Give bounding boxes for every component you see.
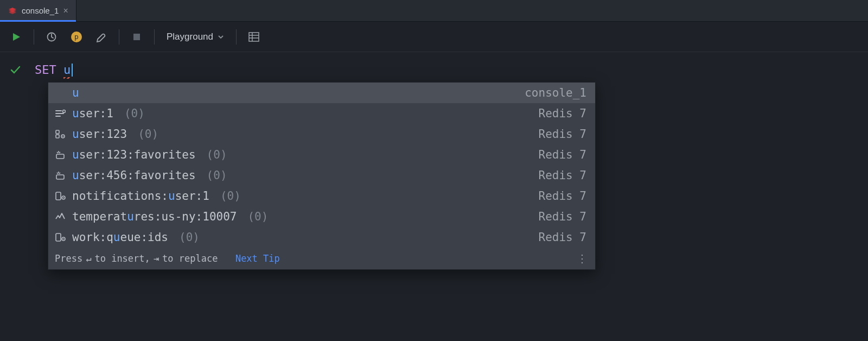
set-icon <box>54 170 67 181</box>
autocomplete-footer: Press ↵ to insert, ⇥ to replace Next Tip… <box>48 248 595 269</box>
autocomplete-item-label: notifications:user:1 <box>72 190 209 203</box>
autocomplete-item-source: Redis 7 <box>538 169 586 182</box>
next-tip-link[interactable]: Next Tip <box>235 253 280 264</box>
svg-rect-13 <box>56 130 59 134</box>
autocomplete-item-meta: (0) <box>207 169 227 182</box>
ts-icon <box>54 211 67 222</box>
autocomplete-item-meta: (0) <box>207 148 227 161</box>
hash-icon <box>54 129 67 140</box>
autocomplete-item-source: Redis 7 <box>538 107 586 120</box>
autocomplete-item-source: Redis 7 <box>538 190 586 203</box>
run-button[interactable] <box>5 26 27 48</box>
redis-icon <box>8 6 17 16</box>
autocomplete-item-source: Redis 7 <box>538 148 586 161</box>
autocomplete-item[interactable]: user:123(0)Redis 7 <box>48 124 595 144</box>
more-icon[interactable]: ⋮ <box>577 252 589 265</box>
autocomplete-item-source: Redis 7 <box>538 210 586 223</box>
svg-rect-17 <box>56 154 64 159</box>
close-icon[interactable]: × <box>63 6 68 16</box>
settings-button[interactable] <box>91 26 112 48</box>
tab-label: console_1 <box>22 6 59 15</box>
autocomplete-item-meta: (0) <box>124 107 145 120</box>
autocomplete-item-label: user:1 <box>72 107 113 120</box>
autocomplete-popup: uconsole_1user:1(0)Redis 7user:123(0)Red… <box>48 82 596 270</box>
code-keyword: SET <box>35 63 56 77</box>
svg-marker-3 <box>13 33 20 41</box>
text-caret <box>72 64 73 77</box>
separator <box>119 29 119 45</box>
autocomplete-item-source: Redis 7 <box>538 231 586 244</box>
mode-dropdown-label: Playground <box>167 31 213 42</box>
list-icon <box>54 232 67 243</box>
autocomplete-item-source: console_1 <box>525 86 586 99</box>
tab-strip: console_1 × <box>0 0 868 22</box>
code-line[interactable]: SET u <box>8 63 860 77</box>
footer-text: Press <box>55 253 82 264</box>
autocomplete-item-label: temperatures:us-ny:10007 <box>72 210 237 223</box>
footer-text: to replace <box>162 253 218 264</box>
autocomplete-item-meta: (0) <box>247 210 268 223</box>
check-icon <box>10 65 21 75</box>
footer-text: to insert, <box>94 253 150 264</box>
autocomplete-item-label: user:123:favorites <box>72 148 196 161</box>
autocomplete-item[interactable]: notifications:user:1(0)Redis 7 <box>48 186 595 206</box>
svg-point-12 <box>63 110 66 113</box>
svg-point-24 <box>63 238 64 239</box>
svg-point-21 <box>63 197 64 198</box>
separator <box>34 29 34 45</box>
tab-console-1[interactable]: console_1 × <box>0 0 76 21</box>
table-view-button[interactable] <box>243 26 265 48</box>
list-icon <box>54 191 67 201</box>
svg-rect-22 <box>56 233 61 241</box>
tab-key-icon: ⇥ <box>154 253 159 264</box>
svg-point-16 <box>62 136 63 137</box>
code-typed: u <box>63 63 71 77</box>
stop-button[interactable] <box>126 26 148 48</box>
separator <box>154 29 155 45</box>
autocomplete-item-label: user:456:favorites <box>72 169 196 182</box>
history-button[interactable] <box>41 26 62 48</box>
toolbar: p Playground <box>0 22 868 52</box>
svg-text:p: p <box>74 33 79 41</box>
svg-rect-19 <box>56 192 61 200</box>
chevron-down-icon <box>218 34 224 40</box>
autocomplete-item[interactable]: work:queue:ids(0)Redis 7 <box>48 227 595 248</box>
autocomplete-item[interactable]: user:456:favorites(0)Redis 7 <box>48 165 595 186</box>
svg-rect-8 <box>249 33 259 41</box>
autocomplete-item-meta: (0) <box>220 190 241 203</box>
string-icon <box>54 108 67 119</box>
autocomplete-item-label: u <box>72 86 79 99</box>
autocomplete-item-label: work:queue:ids <box>72 231 168 244</box>
svg-rect-18 <box>56 175 64 179</box>
autocomplete-item-meta: (0) <box>179 231 200 244</box>
editor[interactable]: SET u uconsole_1user:1(0)Redis 7user:123… <box>0 52 868 341</box>
mode-dropdown[interactable]: Playground <box>161 29 229 45</box>
svg-rect-7 <box>133 34 140 40</box>
autocomplete-item[interactable]: uconsole_1 <box>48 83 595 103</box>
autocomplete-item-label: user:123 <box>72 128 127 141</box>
svg-rect-14 <box>56 135 59 138</box>
autocomplete-item[interactable]: user:1(0)Redis 7 <box>48 103 595 124</box>
autocomplete-item-source: Redis 7 <box>538 128 586 141</box>
enter-key-icon: ↵ <box>86 253 91 264</box>
profile-button[interactable]: p <box>66 26 87 48</box>
autocomplete-item-meta: (0) <box>138 128 158 141</box>
set-icon <box>54 149 67 160</box>
separator <box>236 29 237 45</box>
autocomplete-item[interactable]: user:123:favorites(0)Redis 7 <box>48 144 595 165</box>
autocomplete-item[interactable]: temperatures:us-ny:10007(0)Redis 7 <box>48 206 595 227</box>
